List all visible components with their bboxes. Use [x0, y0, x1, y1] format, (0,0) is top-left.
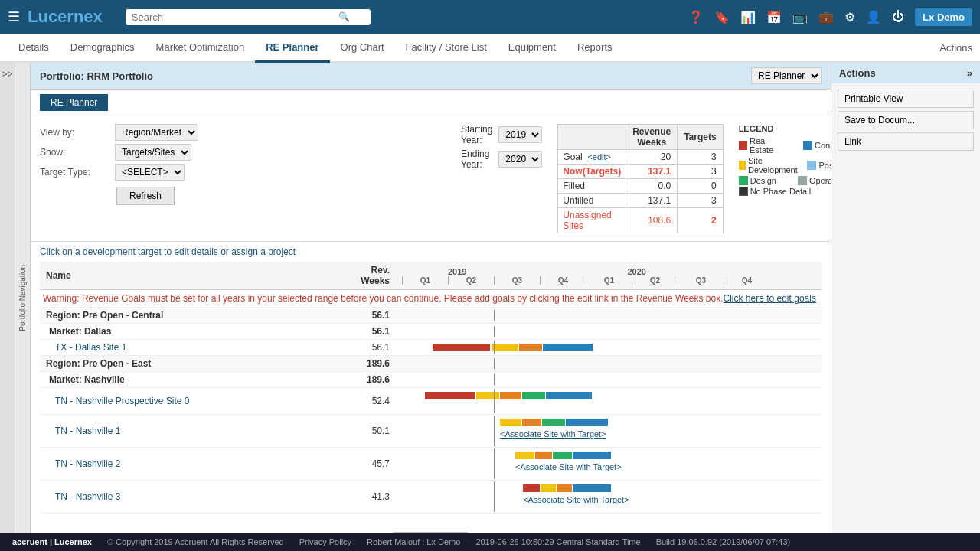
sidebar-collapse[interactable]: >> — [0, 63, 15, 533]
re-planner-tab-btn[interactable]: RE Planner — [40, 94, 108, 111]
ending-year-select[interactable]: 2020 — [498, 151, 542, 168]
hamburger-icon[interactable]: ☰ — [8, 8, 20, 25]
market-nashville: Market: Nashville — [40, 372, 341, 388]
market-dallas-gantt — [396, 324, 822, 340]
table-row: Region: Pre Open - East 189.6 — [40, 356, 822, 372]
legend-site-dev: Site Development — [739, 156, 800, 174]
refresh-button[interactable]: Refresh — [116, 187, 175, 205]
legend-title: LEGEND — [739, 124, 831, 133]
real-estate-label: Real Estate — [750, 136, 791, 155]
settings-icon[interactable]: ⚙ — [844, 10, 855, 24]
link-button[interactable]: Link — [838, 132, 974, 151]
legend-design: Design — [739, 176, 776, 185]
show-select[interactable]: Targets/Sites — [115, 144, 191, 161]
nashville-1-gantt: <Associate Site with Target> — [396, 415, 822, 448]
sidebar-nav[interactable]: Portfolio Navigation — [15, 63, 31, 533]
site-dev-color — [739, 161, 746, 170]
printable-view-button[interactable]: Printable View — [838, 90, 974, 108]
gantt-q3: Q3 — [494, 276, 540, 285]
bookmark-icon[interactable]: 🔖 — [714, 10, 730, 24]
legend-no-phase: No Phase Detail — [739, 187, 812, 196]
user-icon[interactable]: 👤 — [866, 10, 881, 24]
footer-timestamp: 2019-06-26 10:50:29 Central Standard Tim… — [475, 537, 640, 546]
tab-reports[interactable]: Reports — [567, 34, 623, 63]
site-tn-nashville-2[interactable]: TN - Nashville 2 — [40, 448, 341, 481]
top-icons: ❓ 🔖 📊 📅 📺 💼 ⚙ 👤 ⏻ Lx Demo — [688, 8, 972, 26]
rev-unassigned-targets: 2 — [678, 208, 723, 233]
warning-text: Warning: Revenue Goals must be set for a… — [43, 293, 724, 304]
site-tn-nashville-3[interactable]: TN - Nashville 3 — [40, 481, 341, 514]
rev-goal-weeks: 20 — [626, 150, 678, 165]
rev-row-filled: Filled 0.0 0 — [558, 179, 723, 194]
target-type-select[interactable]: <SELECT> — [115, 164, 185, 181]
tab-re-planner[interactable]: RE Planner — [255, 34, 329, 63]
tab-details[interactable]: Details — [8, 34, 60, 63]
tab-demographics[interactable]: Demographics — [60, 34, 145, 63]
construction-color — [803, 141, 812, 150]
col-name: Name — [40, 262, 341, 290]
dallas-site1-rev: 56.1 — [341, 340, 396, 356]
search-input[interactable] — [132, 11, 338, 23]
market-nashville-rev: 189.6 — [341, 372, 396, 388]
collapse-icon[interactable]: >> — [2, 69, 12, 80]
briefcase-icon[interactable]: 💼 — [818, 10, 834, 24]
market-nashville-gantt — [396, 372, 822, 388]
footer-user: Robert Malouf : Lx Demo — [367, 537, 460, 546]
data-table: Name Rev.Weeks 2019 2020 Q1 Q2 — [40, 262, 822, 533]
site-tx-dallas-1[interactable]: TX - Dallas Site 1 — [40, 340, 341, 356]
topbar: ☰ Lucernex 🔍 ❓ 🔖 📊 📅 📺 💼 ⚙ 👤 ⏻ Lx Demo — [0, 0, 980, 34]
rev-goal-label: Goal <edit> — [558, 150, 626, 165]
sidebar-nav-label: Portfolio Navigation — [18, 265, 27, 331]
rev-row-now: Now(Targets) 137.1 3 — [558, 165, 723, 179]
possession-color — [807, 161, 816, 170]
site-tn-nashville-1[interactable]: TN - Nashville 1 — [40, 415, 341, 448]
gantt-q5: Q1 — [586, 276, 632, 285]
footer-privacy[interactable]: Privacy Policy — [299, 537, 351, 546]
legend-row-2: Site Development Possession — [739, 156, 831, 174]
tab-equipment[interactable]: Equipment — [498, 34, 567, 63]
table-row: TN - Nashville Prospective Site 0 52.4 — [40, 388, 822, 415]
region-pre-open-east: Region: Pre Open - East — [40, 356, 341, 372]
operations-color — [798, 176, 807, 185]
site-tn-nashville-0[interactable]: TN - Nashville Prospective Site 0 — [40, 388, 341, 415]
click-hint: Click on a development target to edit de… — [31, 242, 831, 262]
chart-icon[interactable]: 📊 — [740, 10, 756, 24]
rev-now-targets: 3 — [678, 165, 723, 179]
rev-unfilled-weeks: 137.1 — [626, 194, 678, 208]
help-icon[interactable]: ❓ — [688, 10, 704, 24]
rev-weeks-header: Revenue Weeks — [626, 125, 678, 150]
view-by-select[interactable]: Region/Market — [115, 124, 198, 141]
tab-row: RE Planner — [31, 90, 831, 116]
design-label: Design — [750, 176, 776, 185]
tab-facility-store-list[interactable]: Facility / Store List — [395, 34, 498, 63]
actions-panel: Actions — [939, 42, 972, 54]
expand-icon[interactable]: » — [967, 67, 972, 79]
nashville-0-gantt — [396, 388, 822, 415]
add-targets-button[interactable]: Add Targets — [394, 532, 469, 533]
monitor-icon[interactable]: 📺 — [792, 10, 808, 24]
legend-row-4: No Phase Detail — [739, 187, 831, 196]
planner-bar: RE Planner — [751, 67, 822, 84]
nashville-0-rev: 52.4 — [341, 388, 396, 415]
starting-year-select[interactable]: 2019 — [498, 126, 542, 143]
edit-goals-link[interactable]: Click here to edit goals — [724, 293, 816, 304]
rev-unfilled-label: Unfilled — [558, 194, 626, 208]
power-icon[interactable]: ⏻ — [892, 10, 904, 24]
tab-org-chart[interactable]: Org Chart — [330, 34, 395, 63]
associate-link-1[interactable]: <Associate Site with Target> — [500, 429, 606, 439]
rev-unassigned-weeks: 108.6 — [626, 208, 678, 233]
view-by-wrapper: Region/Market — [115, 124, 461, 141]
associate-link-3[interactable]: <Associate Site with Target> — [523, 495, 629, 504]
associate-link-2[interactable]: <Associate Site with Target> — [515, 462, 622, 471]
tab-market-optimization[interactable]: Market Optimization — [145, 34, 256, 63]
planner-select[interactable]: RE Planner — [751, 67, 822, 84]
construction-label: Construction — [815, 141, 831, 150]
nashville-3-rev: 41.3 — [341, 481, 396, 514]
calendar-icon[interactable]: 📅 — [766, 10, 782, 24]
save-to-docum-button[interactable]: Save to Docum... — [838, 111, 974, 129]
revenue-section: Revenue Weeks Targets Goal <edit> 20 3 N… — [557, 124, 723, 233]
footer-copyright: © Copyright 2019 Accruent All Rights Res… — [107, 537, 284, 546]
legend-real-estate: Real Estate — [739, 136, 791, 155]
edit-goal-link[interactable]: <edit> — [587, 152, 611, 161]
main-content: Portfolio: RRM Portfolio RE Planner RE P… — [31, 63, 831, 533]
